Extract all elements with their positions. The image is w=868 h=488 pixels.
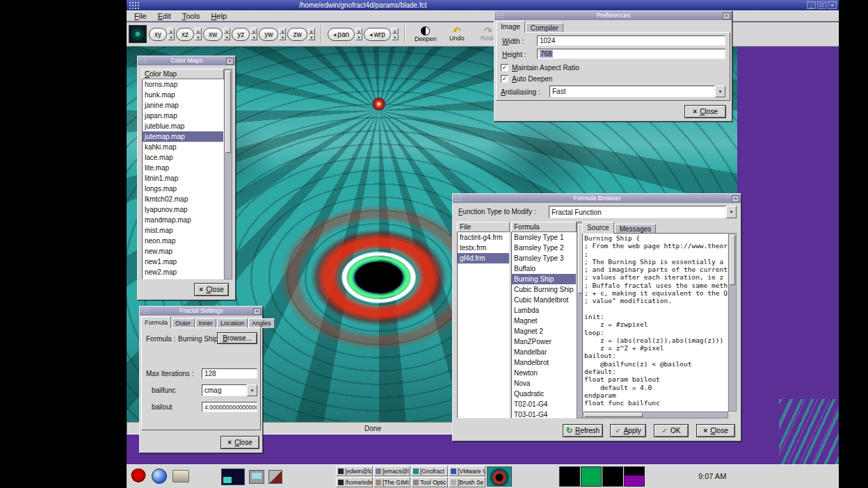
color-map-item[interactable]: new1.map xyxy=(143,257,223,267)
function-type-combo[interactable]: Fractal Function ▼ xyxy=(549,206,737,218)
close-button[interactable]: × Close xyxy=(684,105,726,118)
spin-up-button[interactable]: ▲ xyxy=(355,28,362,34)
swatch-black-2[interactable] xyxy=(602,466,623,487)
menu-item[interactable]: Help xyxy=(205,12,232,20)
column-header[interactable]: Color Map xyxy=(142,69,224,79)
max-iterations-input[interactable]: 128 xyxy=(202,368,257,379)
swatch-black-1[interactable] xyxy=(559,466,580,487)
color-map-item[interactable]: new2.map xyxy=(143,267,223,277)
axis-button[interactable]: yw xyxy=(259,28,278,41)
bailout-input[interactable]: 4.00000000000000000 xyxy=(202,402,257,412)
spin-up-button[interactable]: ▲ xyxy=(279,28,286,34)
color-map-item[interactable]: lace.map xyxy=(143,152,223,163)
close-icon[interactable]: × xyxy=(732,195,739,202)
color-map-item[interactable]: hunk.map xyxy=(143,90,223,100)
source-view[interactable]: Burning Ship { ; From the web page http:… xyxy=(582,233,728,412)
color-map-item[interactable]: longs.map xyxy=(143,184,223,194)
main-titlebar[interactable]: /home/edwin/gnofract4d/params/blade.fct … xyxy=(127,0,839,10)
task-button[interactable]: [edwin@lc xyxy=(336,466,373,476)
scrollbar-thumb[interactable] xyxy=(730,235,735,285)
close-button[interactable]: × xyxy=(828,1,837,9)
menu-item[interactable]: Edit xyxy=(152,12,177,20)
height-input[interactable]: 768 xyxy=(537,49,725,59)
tab[interactable]: Source xyxy=(582,222,614,234)
formula-item[interactable]: Barnsley Type 1 xyxy=(512,232,576,243)
spin-up-button[interactable]: ▲ xyxy=(392,28,399,34)
formula-item[interactable]: Cubic Mandelbrot xyxy=(512,295,576,305)
formula-item[interactable]: Burning Ship xyxy=(512,274,576,284)
formula-item[interactable]: Mandelbrot xyxy=(512,357,576,368)
formula-column-header[interactable]: Formula xyxy=(511,222,577,232)
spin-up-button[interactable]: ▲ xyxy=(168,28,175,34)
fractal-thumbnail[interactable] xyxy=(487,466,512,487)
spin-down-button[interactable]: ▼ xyxy=(250,34,257,40)
tab[interactable]: Messages xyxy=(615,224,657,234)
formula-item[interactable]: ManZPower xyxy=(512,336,576,347)
file-column-header[interactable]: File xyxy=(457,222,510,232)
browser-icon[interactable] xyxy=(152,469,167,484)
spin-down-button[interactable]: ▼ xyxy=(279,34,286,40)
task-button[interactable]: Tool Optic xyxy=(411,477,448,487)
minimize-button[interactable]: _ xyxy=(807,1,816,9)
file-item[interactable]: gf4d.frm xyxy=(458,253,509,263)
axis-button[interactable]: xy xyxy=(149,28,167,41)
color-map-item[interactable]: mist.map xyxy=(143,225,223,236)
task-button[interactable]: [Brush Se xyxy=(449,477,485,487)
formula-item[interactable]: Lambda xyxy=(512,305,576,316)
formula-item[interactable]: Magnet xyxy=(512,316,576,326)
scrollbar-thumb[interactable] xyxy=(584,413,643,417)
scrollbar-thumb[interactable] xyxy=(225,71,231,153)
spin-down-button[interactable]: ▼ xyxy=(168,34,175,40)
task-button[interactable]: [The GIMI xyxy=(373,477,410,487)
color-map-item[interactable]: neon.map xyxy=(143,236,223,246)
tab[interactable]: Outer xyxy=(172,318,195,328)
file-item[interactable]: fractint-g4.frm xyxy=(458,232,509,243)
apply-button[interactable]: ✓ Apply xyxy=(610,424,646,437)
axis-button[interactable]: zw xyxy=(287,28,307,41)
checkbox[interactable]: ✓ xyxy=(501,64,508,72)
browse-button[interactable]: Browse... xyxy=(217,332,257,344)
swatch-green[interactable] xyxy=(581,466,602,487)
color-map-item[interactable]: japan.map xyxy=(143,111,223,121)
file-item[interactable]: testx.frm xyxy=(458,243,509,253)
axis-button[interactable]: yz xyxy=(232,28,250,41)
formula-item[interactable]: Nova xyxy=(512,378,576,389)
formula-item[interactable]: Barnsley Type 2 xyxy=(512,243,576,253)
formula-item[interactable]: Buffalo xyxy=(512,263,576,274)
bailfunc-combo[interactable]: cmag ▼ xyxy=(202,384,257,396)
formula-item[interactable]: T03-01-G4 xyxy=(512,409,576,418)
close-icon[interactable]: × xyxy=(723,13,730,19)
antialiasing-combo[interactable]: Fast ▼ xyxy=(549,86,725,97)
task-button[interactable]: [VMware V xyxy=(449,466,485,476)
menu-item[interactable]: Tools xyxy=(177,12,206,20)
printer-icon[interactable] xyxy=(172,470,189,482)
pan-button[interactable]: ◀ pan xyxy=(328,28,355,41)
deepen-button[interactable]: Deepen xyxy=(411,23,440,46)
spin-up-button[interactable]: ▲ xyxy=(250,28,257,34)
color-map-item[interactable]: janine.map xyxy=(143,100,223,111)
formula-item[interactable]: Mandelbar xyxy=(512,347,576,357)
redhat-menu-icon[interactable] xyxy=(131,469,146,484)
tab[interactable]: Angles xyxy=(248,318,275,328)
color-map-item[interactable]: new.map xyxy=(143,246,223,257)
tab[interactable]: Formula xyxy=(141,316,171,328)
color-map-item[interactable]: lite.map xyxy=(143,163,223,173)
color-map-item[interactable]: lkmtch02.map xyxy=(143,194,223,204)
color-maps-titlebar[interactable]: Color Maps × xyxy=(138,56,235,65)
spin-up-button[interactable]: ▲ xyxy=(308,28,315,34)
close-button[interactable]: × Close xyxy=(194,283,229,296)
close-button[interactable]: × Close xyxy=(220,436,259,449)
width-input[interactable]: 1024 xyxy=(537,35,725,46)
axis-button[interactable]: xz xyxy=(176,28,194,41)
dropdown-arrow-icon[interactable]: ▼ xyxy=(715,86,725,97)
tab[interactable]: Compiler xyxy=(526,23,563,33)
tab[interactable]: Inner xyxy=(195,318,217,328)
formula-item[interactable]: T02-01-G4 xyxy=(512,399,576,409)
axis-button[interactable]: xw xyxy=(203,28,223,41)
ok-button[interactable]: ✓ OK xyxy=(654,424,689,437)
color-map-item[interactable]: lyapunov.map xyxy=(143,204,223,215)
color-map-item[interactable]: kahki.map xyxy=(143,142,223,152)
color-map-item[interactable]: mandmap.map xyxy=(143,215,223,225)
formula-item[interactable]: Cubic Burning Ship xyxy=(512,284,576,295)
spin-up-button[interactable]: ▲ xyxy=(223,28,230,34)
